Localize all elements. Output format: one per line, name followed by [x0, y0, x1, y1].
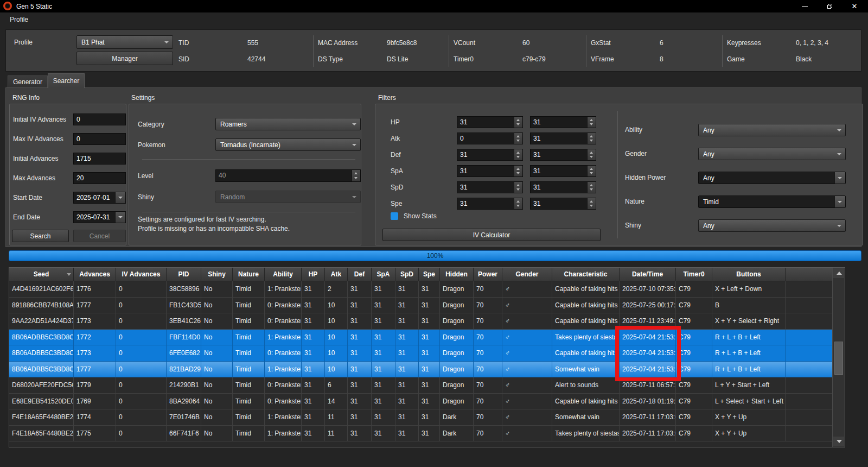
table-cell[interactable]: 0: Prankster	[265, 377, 302, 394]
table-cell[interactable]: 31	[395, 281, 419, 298]
table-cell[interactable]: 0	[116, 394, 167, 410]
table-cell[interactable]: 1: Prankster	[265, 281, 302, 298]
table-cell[interactable]: No	[201, 298, 233, 314]
table-cell[interactable]: 31	[419, 330, 440, 346]
table-cell[interactable]: 0: Prankster	[265, 298, 302, 314]
spinner-buttons[interactable]	[587, 149, 596, 160]
table-cell[interactable]: C79	[676, 426, 712, 442]
iv-calculator-button[interactable]: IV Calculator	[382, 229, 601, 241]
table-cell[interactable]: Somewhat vain	[552, 409, 620, 426]
dropdown-select[interactable]: Any	[698, 148, 846, 160]
table-cell[interactable]: No	[201, 377, 233, 394]
table-cell[interactable]: Timid	[233, 298, 265, 314]
table-cell[interactable]: D68020AFE20FDC5C	[9, 377, 74, 394]
dropdown-select[interactable]: Timid	[698, 195, 846, 208]
table-cell[interactable]: No	[201, 362, 233, 378]
table-cell[interactable]: 1: Prankster	[265, 330, 302, 346]
table-cell[interactable]: 8BA29064	[167, 394, 201, 410]
column-header-pid[interactable]: PID	[167, 268, 201, 281]
table-cell[interactable]: 70	[474, 330, 502, 346]
scrollbar-thumb[interactable]	[834, 342, 843, 375]
table-cell[interactable]: 31	[419, 362, 440, 378]
spinner-buttons[interactable]	[514, 198, 522, 209]
chevron-down-button[interactable]	[834, 196, 845, 207]
table-cell[interactable]: 2025-07-04 21:53:36	[620, 330, 676, 346]
table-cell[interactable]: 70	[474, 377, 502, 394]
iv-max-spinner[interactable]: 31	[530, 198, 596, 210]
table-cell[interactable]: ♂	[502, 362, 552, 378]
column-header-iv-advances[interactable]: IV Advances	[116, 268, 167, 281]
table-cell[interactable]: Capable of taking hits	[552, 281, 620, 298]
table-cell[interactable]: 31	[395, 330, 419, 346]
table-cell[interactable]: 9AA22AD51A424D37	[9, 313, 74, 330]
column-header-timer0[interactable]: Timer0	[676, 268, 712, 281]
table-cell[interactable]: Takes plenty of siestas	[552, 330, 620, 346]
table-cell[interactable]: 0	[116, 362, 167, 378]
cancel-button[interactable]: Cancel	[73, 230, 126, 242]
table-cell[interactable]: 6	[325, 377, 348, 394]
tab-generator[interactable]: Generator	[8, 75, 48, 87]
table-cell[interactable]: A4D416921AC602F6	[9, 281, 74, 298]
table-cell[interactable]: 8B06ADBB5C3BD8C1	[9, 345, 74, 362]
table-cell[interactable]: Timid	[233, 409, 265, 426]
column-header-ability[interactable]: Ability	[265, 268, 302, 281]
table-cell[interactable]: 31	[302, 298, 325, 314]
table-cell[interactable]: 2025-07-11 17:03:08	[620, 426, 676, 442]
table-cell[interactable]: Timid	[233, 345, 265, 362]
table-cell[interactable]: C79	[676, 330, 712, 346]
iv-max-spinner[interactable]: 31	[530, 181, 596, 193]
table-cell[interactable]: 11	[325, 426, 348, 442]
table-cell[interactable]: ♂	[502, 377, 552, 394]
table-cell[interactable]: ♂	[502, 345, 552, 362]
table-cell[interactable]: 31	[395, 362, 419, 378]
table-row[interactable]: 8B06ADBB5C3BD8C117720FBF114D0NoTimid1: P…	[9, 330, 833, 346]
table-row[interactable]: 8B06ADBB5C3BD8C117770821BAD29NoTimid1: P…	[9, 362, 833, 378]
table-cell[interactable]: Timid	[233, 313, 265, 330]
table-cell[interactable]: Dark	[440, 409, 474, 426]
table-cell[interactable]: ♂	[502, 313, 552, 330]
table-cell[interactable]: Dark	[440, 426, 474, 442]
field-input[interactable]: 2025-07-01	[73, 192, 126, 204]
column-header-hidden[interactable]: Hidden	[440, 268, 474, 281]
column-header-spa[interactable]: SpA	[372, 268, 395, 281]
table-cell[interactable]: 31	[302, 330, 325, 346]
table-cell[interactable]: 31	[372, 313, 395, 330]
table-cell[interactable]: Timid	[233, 362, 265, 378]
table-cell[interactable]: 31	[302, 426, 325, 442]
table-cell[interactable]: C79	[676, 281, 712, 298]
table-cell[interactable]: 70	[474, 281, 502, 298]
table-cell[interactable]: No	[201, 426, 233, 442]
table-cell[interactable]: 1777	[74, 298, 116, 314]
table-cell[interactable]: 31	[419, 298, 440, 314]
table-cell[interactable]: 31	[348, 313, 372, 330]
table-cell[interactable]: 31	[419, 313, 440, 330]
iv-min-spinner[interactable]: 0	[457, 132, 523, 144]
table-cell[interactable]: 1774	[74, 409, 116, 426]
scroll-up-button[interactable]	[833, 268, 844, 278]
table-cell[interactable]: 31	[348, 281, 372, 298]
table-cell[interactable]: B	[712, 298, 786, 314]
table-cell[interactable]: 31	[302, 313, 325, 330]
table-cell[interactable]: Capable of taking hits	[552, 298, 620, 314]
table-cell[interactable]: ♂	[502, 409, 552, 426]
table-cell[interactable]: 0: Prankster	[265, 345, 302, 362]
table-row[interactable]: E68E9EB541520DE0176908BA29064NoTimid0: P…	[9, 394, 833, 410]
field-input[interactable]: 0	[73, 113, 126, 125]
table-cell[interactable]: Dragon	[440, 394, 474, 410]
dropdown-select[interactable]: Any	[698, 172, 846, 184]
table-cell[interactable]: 10	[325, 298, 348, 314]
vertical-scrollbar[interactable]	[832, 268, 845, 447]
table-cell[interactable]: 214290B1	[167, 377, 201, 394]
table-cell[interactable]: 31	[372, 330, 395, 346]
table-cell[interactable]: 31	[372, 362, 395, 378]
table-cell[interactable]: 31	[419, 409, 440, 426]
spinner-buttons[interactable]	[587, 182, 596, 193]
table-cell[interactable]: 0	[116, 313, 167, 330]
table-row[interactable]: 891886CBB74B108A17770FB1C43D5NoTimid0: P…	[9, 298, 833, 314]
table-row[interactable]: 9AA22AD51A424D37177303EB41C26NoTimid0: P…	[9, 313, 833, 330]
table-cell[interactable]: 31	[348, 362, 372, 378]
table-cell[interactable]: Timid	[233, 426, 265, 442]
column-header-spe[interactable]: Spe	[419, 268, 440, 281]
table-cell[interactable]: Alert to sounds	[552, 377, 620, 394]
iv-max-spinner[interactable]: 31	[530, 165, 596, 177]
